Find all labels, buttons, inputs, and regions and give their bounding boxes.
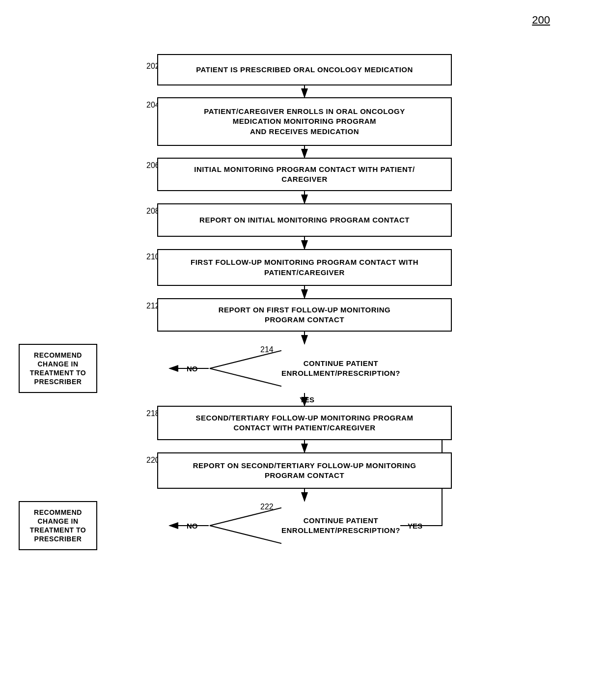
flowbox-218: SECOND/TERTIARY FOLLOW-UP MONITORING PRO… <box>157 406 452 440</box>
flowbox-212: REPORT ON FIRST FOLLOW-UP MONITORINGPROG… <box>157 298 452 332</box>
flowbox-210: FIRST FOLLOW-UP MONITORING PROGRAM CONTA… <box>157 249 452 286</box>
flowbox-208: REPORT ON INITIAL MONITORING PROGRAM CON… <box>157 203 452 237</box>
svg-marker-12 <box>210 345 281 392</box>
flowbox-220: REPORT ON SECOND/TERTIARY FOLLOW-UP MONI… <box>157 452 452 489</box>
svg-marker-13 <box>210 502 281 549</box>
no-label-214: NO <box>187 364 198 373</box>
flowchart-diagram: 200 202 PATIENT IS <box>0 0 609 700</box>
flowbox-204: PATIENT/CAREGIVER ENROLLS IN ORAL ONCOLO… <box>157 97 452 146</box>
flowbox-202: PATIENT IS PRESCRIBED ORAL ONCOLOGY MEDI… <box>157 54 452 85</box>
flowbox-216: RECOMMENDCHANGE INTREATMENT TOPRESCRIBER <box>19 344 97 393</box>
no-label-222: NO <box>187 522 198 530</box>
yes-label-214: YES <box>300 395 314 404</box>
flowbox-206: INITIAL MONITORING PROGRAM CONTACT WITH … <box>157 158 452 191</box>
yes-label-222: YES <box>408 522 422 530</box>
diamond-214: CONTINUE PATIENT ENROLLMENT/PRESCRIPTION… <box>209 344 400 393</box>
diamond-222: CONTINUE PATIENT ENROLLMENT/PRESCRIPTION… <box>209 501 400 550</box>
diagram-number: 200 <box>532 14 550 27</box>
flowbox-224: RECOMMENDCHANGE INTREATMENT TOPRESCRIBER <box>19 501 97 550</box>
